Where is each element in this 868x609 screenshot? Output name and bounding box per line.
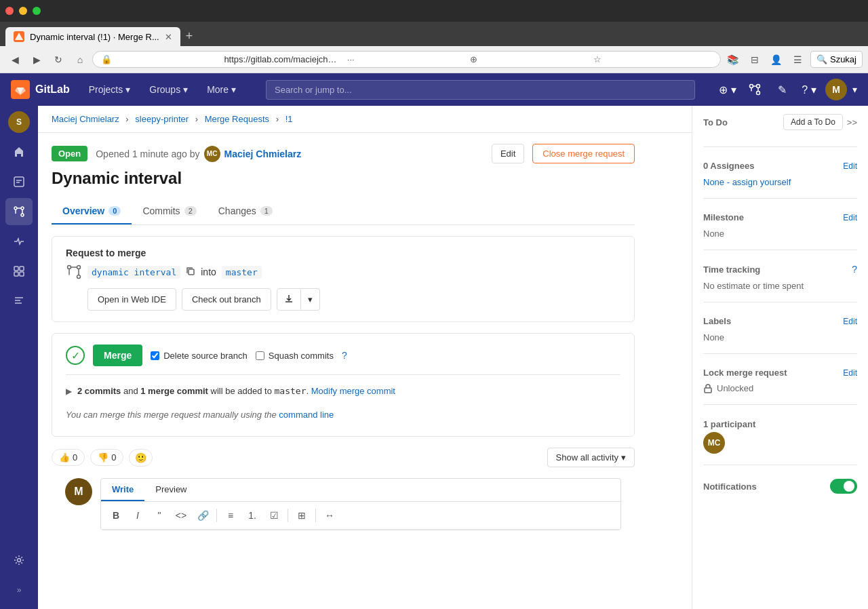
- labels-edit-btn[interactable]: Edit: [843, 317, 857, 326]
- branch-from[interactable]: dynamic interval: [87, 266, 180, 279]
- lock-value: Unlocked: [717, 383, 753, 393]
- sidebar-item-merge-requests[interactable]: [5, 198, 33, 225]
- minimize-window-btn[interactable]: [19, 7, 27, 15]
- sidebar-item-settings[interactable]: [5, 547, 33, 574]
- download-dropdown-btn[interactable]: ▾: [301, 288, 320, 311]
- delete-source-checkbox[interactable]: [151, 351, 159, 360]
- squash-commits-checkbox[interactable]: [256, 351, 264, 360]
- modify-merge-commit-link[interactable]: Modify merge commit: [311, 386, 395, 396]
- edit-mr-btn[interactable]: Edit: [492, 144, 524, 163]
- time-tracking-help-icon[interactable]: ?: [852, 264, 857, 275]
- search-icon: 🔍: [816, 54, 827, 64]
- thumbs-down-btn[interactable]: 👎 0: [90, 449, 123, 466]
- commits-expand-btn[interactable]: ▶ 2 commits and 1 merge commit will be a…: [66, 383, 620, 399]
- search-bar[interactable]: 🔍 Szukaj: [810, 51, 863, 68]
- account-btn[interactable]: 👤: [767, 50, 786, 69]
- download-btn[interactable]: [277, 288, 301, 311]
- tab-overview[interactable]: Overview 0: [52, 199, 132, 224]
- sidebar-item-snippets[interactable]: [5, 288, 33, 315]
- merge-row: ✓ Merge Delete source branch Squash comm…: [66, 345, 620, 366]
- breadcrumb-org[interactable]: Maciej Chmielarz: [52, 114, 119, 124]
- sidebar-item-packages[interactable]: [5, 258, 33, 285]
- delete-source-label[interactable]: Delete source branch: [151, 351, 248, 361]
- svg-point-17: [77, 266, 81, 269]
- lock-edit-btn[interactable]: Edit: [843, 368, 857, 378]
- italic-btn[interactable]: I: [128, 506, 147, 525]
- assign-yourself-link[interactable]: None - assign yourself: [703, 177, 791, 187]
- numbered-list-btn[interactable]: 1.: [243, 506, 262, 525]
- pocket-icon[interactable]: ⊕: [470, 54, 589, 64]
- sidebar-item-home[interactable]: [5, 138, 33, 165]
- sidebar-collapse-btn[interactable]: »: [5, 576, 33, 604]
- assignees-edit-btn[interactable]: Edit: [843, 161, 857, 171]
- home-btn[interactable]: ⌂: [71, 50, 90, 69]
- tab-commits[interactable]: Commits 2: [132, 199, 207, 224]
- new-tab-btn[interactable]: +: [180, 26, 199, 46]
- breadcrumb-mr-id[interactable]: !1: [285, 114, 293, 124]
- breadcrumb-repo[interactable]: sleepy-printer: [135, 114, 189, 124]
- link-btn[interactable]: 🔗: [193, 506, 212, 525]
- topnav-projects[interactable]: Projects ▾: [81, 79, 139, 100]
- fullscreen-btn[interactable]: ↔: [320, 506, 339, 525]
- todo-expand-btn[interactable]: >>: [847, 117, 857, 127]
- svg-point-1: [750, 85, 753, 88]
- show-all-activity-btn[interactable]: Show all activity ▾: [547, 448, 635, 467]
- address-bar[interactable]: 🔒 https://gitlab.com/maciejchmielarz/sle…: [92, 51, 721, 68]
- squash-help-icon[interactable]: ?: [342, 350, 347, 361]
- library-btn[interactable]: 📚: [724, 50, 743, 69]
- bold-btn[interactable]: B: [106, 506, 125, 525]
- merge-request-icon-btn[interactable]: [744, 79, 766, 100]
- branch-to[interactable]: master: [222, 266, 262, 279]
- open-web-ide-btn[interactable]: Open in Web IDE: [87, 288, 176, 311]
- reload-btn[interactable]: ↻: [49, 50, 68, 69]
- bullet-list-btn[interactable]: ≡: [221, 506, 240, 525]
- close-window-btn[interactable]: [5, 7, 14, 15]
- mr-branch-line: dynamic interval into master: [66, 264, 620, 280]
- code-btn[interactable]: <>: [172, 506, 191, 525]
- topnav-search-input[interactable]: [266, 80, 695, 100]
- close-mr-btn[interactable]: Close merge request: [532, 144, 635, 163]
- gitlab-brand-name: GitLab: [35, 83, 70, 96]
- more-btn[interactable]: ···: [347, 54, 466, 64]
- menu-btn[interactable]: ☰: [789, 50, 808, 69]
- forward-btn[interactable]: ▶: [27, 50, 46, 69]
- gitlab-logo[interactable]: GitLab: [11, 80, 70, 99]
- command-line-link[interactable]: command line: [279, 410, 334, 420]
- milestone-edit-btn[interactable]: Edit: [843, 213, 857, 222]
- svg-point-9: [21, 207, 24, 210]
- comment-tab-write[interactable]: Write: [101, 479, 144, 501]
- checkout-branch-btn[interactable]: Check out branch: [182, 288, 271, 311]
- user-avatar[interactable]: M: [825, 79, 847, 100]
- active-tab[interactable]: Dynamic interval (!1) · Merge R... ✕: [5, 27, 180, 46]
- sidebar-item-issues[interactable]: [5, 168, 33, 195]
- edit-icon-btn[interactable]: ✎: [771, 79, 793, 100]
- comment-tab-preview[interactable]: Preview: [144, 479, 197, 501]
- copy-branch-btn[interactable]: [186, 267, 195, 278]
- checklist-btn[interactable]: ☑: [264, 506, 283, 525]
- quote-btn[interactable]: ": [150, 506, 169, 525]
- tab-changes[interactable]: Changes 1: [208, 199, 283, 224]
- table-btn[interactable]: ⊞: [292, 506, 311, 525]
- breadcrumb-mr-list[interactable]: Merge Requests: [205, 114, 269, 124]
- user-chevron-icon[interactable]: ▾: [852, 84, 857, 95]
- tab-close-btn[interactable]: ✕: [165, 32, 172, 42]
- notifications-toggle[interactable]: ✓: [830, 479, 857, 494]
- nav-icons: 📚 ⊟ 👤 ☰: [724, 50, 808, 69]
- create-btn[interactable]: ⊕ ▾: [717, 79, 738, 100]
- mr-author-name[interactable]: Maciej Chmielarz: [224, 149, 302, 159]
- merge-btn[interactable]: Merge: [93, 345, 142, 366]
- topnav-more[interactable]: More ▾: [199, 79, 244, 100]
- reader-btn[interactable]: ⊟: [745, 50, 764, 69]
- back-btn[interactable]: ◀: [5, 50, 24, 69]
- squash-commits-label[interactable]: Squash commits: [256, 351, 334, 361]
- topnav-groups[interactable]: Groups ▾: [141, 79, 196, 100]
- thumbs-up-btn[interactable]: 👍 0: [52, 449, 85, 466]
- add-emoji-btn[interactable]: 🙂: [129, 449, 153, 467]
- maximize-window-btn[interactable]: [33, 7, 41, 15]
- bookmark-icon[interactable]: ☆: [593, 54, 712, 64]
- sidebar-item-pipelines[interactable]: [5, 228, 33, 255]
- sidebar-user-avatar[interactable]: S: [8, 111, 30, 133]
- add-todo-btn[interactable]: Add a To Do: [783, 114, 843, 130]
- participant-avatar-1[interactable]: MC: [703, 432, 725, 454]
- help-btn[interactable]: ? ▾: [798, 79, 820, 100]
